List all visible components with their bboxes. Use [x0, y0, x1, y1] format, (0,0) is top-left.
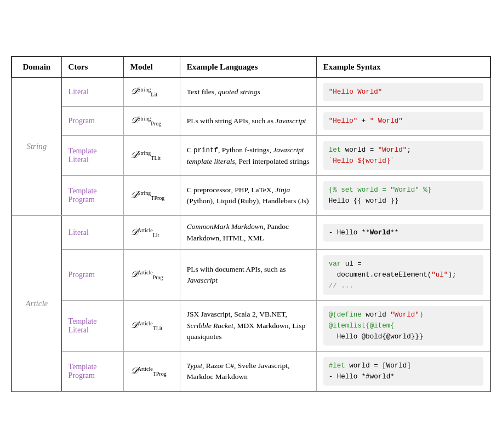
example-lang-cell: Typst, Razor C#, Svelte Javascript, Mark… — [180, 351, 316, 391]
example-lang-cell: C preprocessor, PHP, LaTeX, Jinja (Pytho… — [180, 176, 316, 216]
syntax-box: - Hello **World** — [323, 224, 483, 242]
syntax-box: "Hello World" — [323, 83, 483, 101]
header-example-syntax: Example Syntax — [316, 57, 490, 78]
syntax-box: {% set world = "World" %}Hello {{ world … — [323, 181, 483, 210]
ctor-cell: Template Literal — [61, 136, 123, 176]
example-syntax-cell: {% set world = "World" %}Hello {{ world … — [316, 176, 490, 216]
domain-cell-string: String — [12, 78, 62, 216]
table-row: Template Literal𝒟ArticleTLitJSX Javascri… — [12, 300, 490, 351]
domain-cell-article: Article — [12, 216, 62, 392]
main-table-wrapper: Domain Ctors Model Example Languages Exa… — [11, 56, 491, 392]
syntax-box: @(define world "World")@itemlist{@item{ … — [323, 306, 483, 346]
example-syntax-cell: let world = "World";`Hello ${world}` — [316, 136, 490, 176]
example-syntax-cell: "Hello" + " World" — [316, 107, 490, 136]
ctor-cell: Template Program — [61, 176, 123, 216]
ctor-cell: Literal — [61, 216, 123, 250]
example-syntax-cell: #let world = [World]- Hello *#world* — [316, 351, 490, 391]
example-lang-cell: PLs with string APIs, such as Javascript — [180, 107, 316, 136]
model-cell: 𝒟ArticleLit — [123, 216, 180, 250]
syntax-box: #let world = [World]- Hello *#world* — [323, 357, 483, 386]
table-row: Program𝒟ArticleProgPLs with document API… — [12, 249, 490, 300]
ctor-cell: Template Program — [61, 351, 123, 391]
example-lang-cell: CommonMark Markdown, Pandoc Markdown, HT… — [180, 216, 316, 250]
model-cell: 𝒟StringTLit — [123, 136, 180, 176]
table-row: Template Program𝒟ArticleTProgTypst, Razo… — [12, 351, 490, 391]
model-cell: 𝒟ArticleTLit — [123, 300, 180, 351]
example-syntax-cell: "Hello World" — [316, 78, 490, 107]
table-row: Template Program𝒟StringTProgC preprocess… — [12, 176, 490, 216]
example-lang-cell: JSX Javascript, Scala 2, VB.NET, Scribbl… — [180, 300, 316, 351]
header-example-languages: Example Languages — [180, 57, 316, 78]
model-cell: 𝒟StringLit — [123, 78, 180, 107]
data-table: Domain Ctors Model Example Languages Exa… — [12, 56, 490, 392]
header-ctors: Ctors — [61, 57, 123, 78]
ctor-cell: Template Literal — [61, 300, 123, 351]
syntax-box: let world = "World";`Hello ${world}` — [323, 141, 483, 170]
example-syntax-cell: - Hello **World** — [316, 216, 490, 250]
table-header-row: Domain Ctors Model Example Languages Exa… — [12, 57, 490, 78]
table-row: Template Literal𝒟StringTLitC printf, Pyt… — [12, 136, 490, 176]
example-lang-cell: PLs with document APIs, such as Javascri… — [180, 249, 316, 300]
model-cell: 𝒟ArticleTProg — [123, 351, 180, 391]
syntax-box: "Hello" + " World" — [323, 112, 483, 130]
header-model: Model — [123, 57, 180, 78]
model-cell: 𝒟StringTProg — [123, 176, 180, 216]
example-lang-cell: C printf, Python f-strings, Javascript t… — [180, 136, 316, 176]
ctor-cell: Program — [61, 107, 123, 136]
model-cell: 𝒟StringProg — [123, 107, 180, 136]
ctor-cell: Literal — [61, 78, 123, 107]
table-row: StringLiteral𝒟StringLitText files, quote… — [12, 78, 490, 107]
example-lang-cell: Text files, quoted strings — [180, 78, 316, 107]
example-syntax-cell: var ul = document.createElement("ul");//… — [316, 249, 490, 300]
example-syntax-cell: @(define world "World")@itemlist{@item{ … — [316, 300, 490, 351]
table-row: ArticleLiteral𝒟ArticleLitCommonMark Mark… — [12, 216, 490, 250]
syntax-box: var ul = document.createElement("ul");//… — [323, 255, 483, 295]
model-cell: 𝒟ArticleProg — [123, 249, 180, 300]
header-domain: Domain — [12, 57, 62, 78]
ctor-cell: Program — [61, 249, 123, 300]
table-row: Program𝒟StringProgPLs with string APIs, … — [12, 107, 490, 136]
